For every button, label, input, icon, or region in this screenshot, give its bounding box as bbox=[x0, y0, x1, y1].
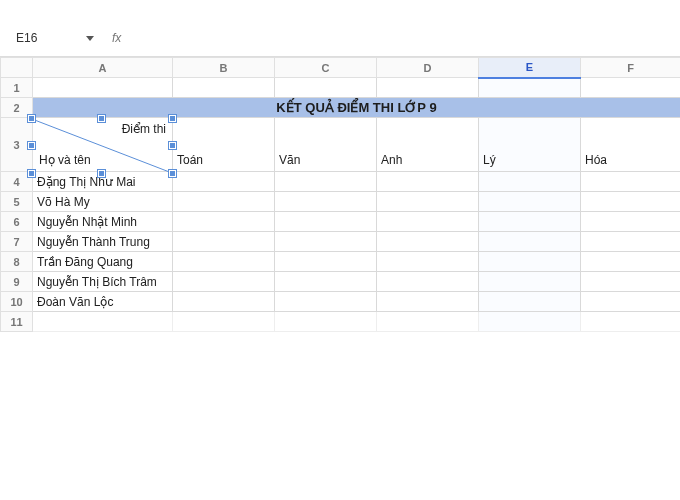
cell-F5[interactable] bbox=[581, 192, 681, 212]
cell-B7[interactable] bbox=[173, 232, 275, 252]
shape-handle-nw[interactable] bbox=[28, 115, 35, 122]
shape-handle-sw[interactable] bbox=[28, 170, 35, 177]
cell-D7[interactable] bbox=[377, 232, 479, 252]
formula-input[interactable] bbox=[135, 28, 680, 48]
row-8: 8 Trần Đăng Quang bbox=[1, 252, 681, 272]
cell-D9[interactable] bbox=[377, 272, 479, 292]
cell-E7[interactable] bbox=[479, 232, 581, 252]
row-header-8[interactable]: 8 bbox=[1, 252, 33, 272]
cell-C6[interactable] bbox=[275, 212, 377, 232]
title-cell[interactable]: KẾT QUẢ ĐIỂM THI LỚP 9 bbox=[33, 98, 681, 118]
diag-bottom-label: Họ và tên bbox=[39, 153, 91, 167]
cell-F7[interactable] bbox=[581, 232, 681, 252]
cell-F8[interactable] bbox=[581, 252, 681, 272]
cell-F1[interactable] bbox=[581, 78, 681, 98]
row-header-6[interactable]: 6 bbox=[1, 212, 33, 232]
diag-top-label: Điểm thi bbox=[122, 122, 166, 136]
cell-D10[interactable] bbox=[377, 292, 479, 312]
fx-label: fx bbox=[112, 31, 121, 45]
cell-B11[interactable] bbox=[173, 312, 275, 332]
formula-bar-row: fx bbox=[0, 0, 680, 54]
cell-A8[interactable]: Trần Đăng Quang bbox=[33, 252, 173, 272]
row-header-9[interactable]: 9 bbox=[1, 272, 33, 292]
shape-handle-se[interactable] bbox=[169, 170, 176, 177]
select-all-corner[interactable] bbox=[1, 58, 33, 78]
cell-E3[interactable]: Lý bbox=[479, 118, 581, 172]
row-6: 6 Nguyễn Nhật Minh bbox=[1, 212, 681, 232]
spreadsheet-grid[interactable]: A B C D E F 1 2 KẾT QUẢ ĐIỂM THI LỚP 9 3… bbox=[0, 57, 680, 332]
cell-B1[interactable] bbox=[173, 78, 275, 98]
row-7: 7 Nguyễn Thành Trung bbox=[1, 232, 681, 252]
row-header-10[interactable]: 10 bbox=[1, 292, 33, 312]
cell-E9[interactable] bbox=[479, 272, 581, 292]
cell-A5[interactable]: Võ Hà My bbox=[33, 192, 173, 212]
cell-D4[interactable] bbox=[377, 172, 479, 192]
cell-E10[interactable] bbox=[479, 292, 581, 312]
cell-E6[interactable] bbox=[479, 212, 581, 232]
cell-B4[interactable] bbox=[173, 172, 275, 192]
cell-C7[interactable] bbox=[275, 232, 377, 252]
cell-C8[interactable] bbox=[275, 252, 377, 272]
cell-C9[interactable] bbox=[275, 272, 377, 292]
cell-B5[interactable] bbox=[173, 192, 275, 212]
cell-B8[interactable] bbox=[173, 252, 275, 272]
cell-F9[interactable] bbox=[581, 272, 681, 292]
shape-handle-e[interactable] bbox=[169, 142, 176, 149]
cell-E11[interactable] bbox=[479, 312, 581, 332]
cell-A3-diagonal-header[interactable]: Điểm thi Họ và tên bbox=[33, 118, 173, 172]
cell-B6[interactable] bbox=[173, 212, 275, 232]
cell-C5[interactable] bbox=[275, 192, 377, 212]
cell-A9[interactable]: Nguyễn Thị Bích Trâm bbox=[33, 272, 173, 292]
col-header-F[interactable]: F bbox=[581, 58, 681, 78]
row-header-5[interactable]: 5 bbox=[1, 192, 33, 212]
cell-D3[interactable]: Anh bbox=[377, 118, 479, 172]
cell-A6[interactable]: Nguyễn Nhật Minh bbox=[33, 212, 173, 232]
cell-D8[interactable] bbox=[377, 252, 479, 272]
cell-A7[interactable]: Nguyễn Thành Trung bbox=[33, 232, 173, 252]
cell-D11[interactable] bbox=[377, 312, 479, 332]
cell-C11[interactable] bbox=[275, 312, 377, 332]
cell-C10[interactable] bbox=[275, 292, 377, 312]
cell-B10[interactable] bbox=[173, 292, 275, 312]
shape-handle-w[interactable] bbox=[28, 142, 35, 149]
cell-E1[interactable] bbox=[479, 78, 581, 98]
cell-F4[interactable] bbox=[581, 172, 681, 192]
cell-C4[interactable] bbox=[275, 172, 377, 192]
row-header-7[interactable]: 7 bbox=[1, 232, 33, 252]
cell-F6[interactable] bbox=[581, 212, 681, 232]
row-1: 1 bbox=[1, 78, 681, 98]
cell-C3[interactable]: Văn bbox=[275, 118, 377, 172]
cell-F11[interactable] bbox=[581, 312, 681, 332]
cell-B3[interactable]: Toán bbox=[173, 118, 275, 172]
cell-F10[interactable] bbox=[581, 292, 681, 312]
shape-handle-s[interactable] bbox=[98, 170, 105, 177]
cell-B9[interactable] bbox=[173, 272, 275, 292]
col-header-E[interactable]: E bbox=[479, 58, 581, 78]
cell-D1[interactable] bbox=[377, 78, 479, 98]
cell-E8[interactable] bbox=[479, 252, 581, 272]
cell-A1[interactable] bbox=[33, 78, 173, 98]
col-header-D[interactable]: D bbox=[377, 58, 479, 78]
shape-handle-ne[interactable] bbox=[169, 115, 176, 122]
col-header-A[interactable]: A bbox=[33, 58, 173, 78]
shape-handle-n[interactable] bbox=[98, 115, 105, 122]
name-box-dropdown-icon[interactable] bbox=[86, 36, 94, 41]
cell-D5[interactable] bbox=[377, 192, 479, 212]
col-header-B[interactable]: B bbox=[173, 58, 275, 78]
cell-C1[interactable] bbox=[275, 78, 377, 98]
row-header-1[interactable]: 1 bbox=[1, 78, 33, 98]
cell-A10[interactable]: Đoàn Văn Lộc bbox=[33, 292, 173, 312]
cell-A11[interactable] bbox=[33, 312, 173, 332]
row-5: 5 Võ Hà My bbox=[1, 192, 681, 212]
row-9: 9 Nguyễn Thị Bích Trâm bbox=[1, 272, 681, 292]
cell-E4[interactable] bbox=[479, 172, 581, 192]
cell-D6[interactable] bbox=[377, 212, 479, 232]
row-10: 10 Đoàn Văn Lộc bbox=[1, 292, 681, 312]
cell-E5[interactable] bbox=[479, 192, 581, 212]
name-box[interactable] bbox=[14, 28, 78, 48]
row-header-11[interactable]: 11 bbox=[1, 312, 33, 332]
column-header-row: A B C D E F bbox=[1, 58, 681, 78]
col-header-C[interactable]: C bbox=[275, 58, 377, 78]
cell-F3[interactable]: Hóa bbox=[581, 118, 681, 172]
row-3: 3 Điểm thi Họ và tên Toán Văn Anh Lý Hóa bbox=[1, 118, 681, 172]
